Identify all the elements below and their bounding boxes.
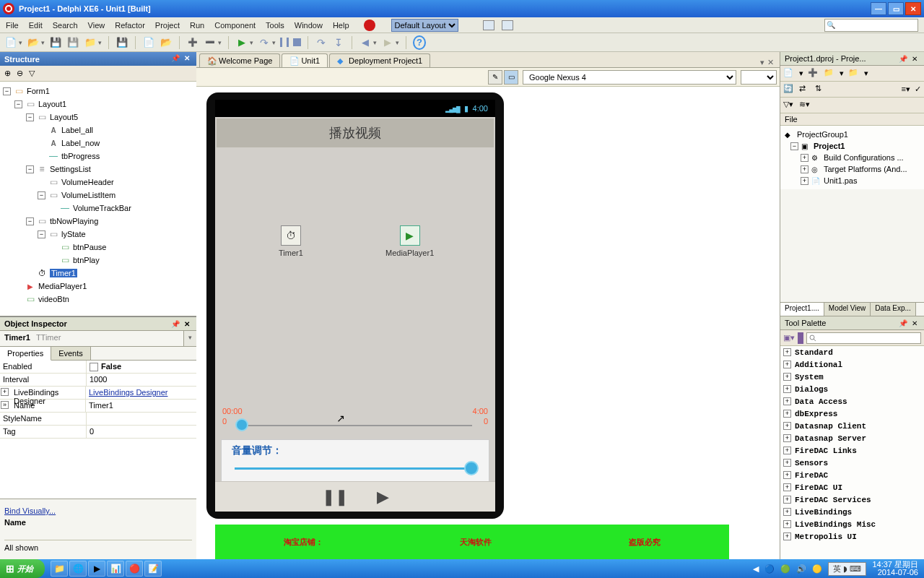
structure-tree[interactable]: −Form1 −Layout1 −Layout5 Label_all Label… — [0, 82, 196, 316]
expand-icon[interactable]: ⊕ — [4, 69, 11, 78]
layout-selector[interactable]: Default Layout — [391, 19, 458, 32]
pin-icon[interactable]: 📌 — [170, 320, 180, 328]
pin-icon[interactable]: 📌 — [898, 55, 908, 63]
run-button[interactable] — [235, 36, 248, 49]
open-file-button[interactable] — [160, 36, 173, 49]
tray-icon[interactable]: 🟢 — [780, 564, 790, 574]
pause-button[interactable]: ❚❚ — [322, 488, 348, 506]
add-icon[interactable]: ➕ — [808, 68, 819, 79]
layout-save-icon[interactable] — [483, 20, 494, 30]
form-designer[interactable]: ▮ 4:00 播放视频 ⏱ Timer1 ▶ MediaPlayer1 0 — [196, 87, 780, 559]
sync-icon[interactable]: 🔄 — [783, 84, 795, 95]
clock[interactable]: 14:37 星期日 2014-07-06 — [872, 561, 918, 577]
bind-visually-link[interactable]: Bind Visually... — [4, 506, 192, 515]
remove-icon[interactable]: 📁 — [824, 68, 835, 79]
close-panel-icon[interactable]: ✕ — [910, 55, 920, 63]
menu-search[interactable]: Search — [53, 21, 78, 30]
task-item[interactable]: 🔴 — [126, 561, 143, 577]
menu-component[interactable]: Component — [214, 21, 256, 30]
view-design-icon[interactable]: ▭ — [504, 70, 518, 85]
view-icon[interactable]: 📁 — [848, 68, 860, 79]
new-icon[interactable]: 📄 — [783, 68, 795, 79]
tab-deployment[interactable]: Deployment Project1 — [329, 53, 430, 67]
layout-manage-icon[interactable] — [502, 20, 513, 30]
tab-close-icon[interactable]: ✕ — [767, 58, 774, 67]
tray-icon[interactable]: 🟡 — [812, 564, 822, 574]
task-item[interactable]: ▶ — [88, 561, 105, 577]
new-file-button[interactable] — [142, 36, 155, 49]
language-indicator[interactable]: 英 ◗ ⌨ — [828, 562, 866, 576]
open-button[interactable] — [27, 36, 40, 49]
play-button[interactable]: ▶ — [377, 488, 389, 506]
pause-button[interactable] — [280, 38, 289, 47]
tab-model[interactable]: Model View — [824, 303, 871, 316]
collapse-icon[interactable]: ⊖ — [17, 69, 23, 78]
category-icon[interactable]: ▣▾ — [783, 333, 795, 342]
tray-icon[interactable]: 🔵 — [764, 564, 775, 574]
progress-slider[interactable] — [238, 425, 472, 426]
menu-project[interactable]: Project — [155, 21, 180, 30]
task-item[interactable]: 📊 — [107, 561, 124, 577]
close-button[interactable]: ✕ — [905, 2, 921, 15]
menu-tools[interactable]: Tools — [266, 21, 284, 30]
inspector-selector[interactable]: Timer1 TTimer ▾ — [0, 331, 196, 347]
tab-events[interactable]: Events — [51, 347, 91, 360]
pin-icon[interactable]: 📌 — [898, 319, 908, 327]
nav-back-button[interactable] — [359, 36, 372, 49]
volume-slider[interactable] — [235, 467, 476, 470]
tab-dataexp[interactable]: Data Exp... — [871, 303, 915, 316]
tray-icon[interactable]: ◀ — [753, 564, 759, 574]
task-item[interactable]: 📁 — [51, 561, 68, 577]
menu-run[interactable]: Run — [190, 21, 204, 30]
config-icon[interactable]: ≋▾ — [799, 100, 811, 111]
component-timer1[interactable]: ⏱ Timer1 — [279, 225, 303, 257]
step-over-button[interactable] — [315, 36, 328, 49]
tab-welcome[interactable]: Welcome Page — [199, 53, 280, 67]
filter-icon[interactable]: ▽▾ — [783, 100, 795, 111]
close-panel-icon[interactable]: ✕ — [182, 54, 192, 64]
project-tree[interactable]: ◆ProjectGroup1 −▣Project1 +⚙Build Config… — [780, 126, 924, 189]
palette-search-input[interactable] — [806, 332, 921, 344]
stop-button[interactable] — [293, 38, 301, 46]
start-button[interactable]: 开始 — [0, 559, 45, 578]
zoom-selector[interactable] — [741, 70, 777, 85]
new-button[interactable] — [4, 36, 17, 49]
tray-icon[interactable]: 🔊 — [796, 564, 806, 574]
device-selector[interactable]: Google Nexus 4 — [523, 70, 736, 85]
task-item[interactable]: 🌐 — [69, 561, 87, 577]
close-panel-icon[interactable]: ✕ — [182, 320, 192, 328]
remove-button[interactable] — [204, 36, 217, 49]
add-button[interactable] — [186, 36, 199, 49]
menu-file[interactable]: File — [6, 21, 19, 30]
tab-unit1[interactable]: Unit1 — [282, 53, 328, 67]
menu-edit[interactable]: Edit — [29, 21, 43, 30]
tab-dropdown-icon[interactable]: ▾ — [760, 58, 764, 67]
menu-window[interactable]: Window — [295, 21, 323, 30]
save-all-button[interactable] — [66, 36, 79, 49]
component-mediaplayer1[interactable]: ▶ MediaPlayer1 — [385, 225, 434, 257]
tab-project[interactable]: Project1.... — [780, 303, 824, 316]
menu-help[interactable]: Help — [333, 21, 349, 30]
sort-icon[interactable]: ▽ — [29, 69, 35, 78]
close-panel-icon[interactable]: ✕ — [910, 319, 920, 327]
view-code-icon[interactable]: ✎ — [488, 70, 502, 85]
task-item[interactable]: 📝 — [144, 561, 162, 577]
open-project-button[interactable] — [84, 36, 97, 49]
menu-view[interactable]: View — [88, 21, 105, 30]
help-button[interactable] — [413, 36, 426, 49]
menu-refactor[interactable]: Refactor — [115, 21, 145, 30]
step-into-button[interactable] — [332, 36, 345, 49]
run-nodeb-button[interactable] — [258, 36, 271, 49]
nav-forward-button[interactable] — [381, 36, 394, 49]
pin-icon[interactable]: 📌 — [170, 54, 180, 64]
property-grid[interactable]: EnabledFalse Interval1000 +LiveBindings … — [0, 361, 196, 499]
component-icon[interactable] — [798, 332, 803, 344]
palette-list[interactable]: +Standard +Additional +System +Dialogs +… — [780, 346, 924, 559]
save-project-button[interactable] — [116, 36, 128, 49]
minimize-button[interactable]: — — [871, 2, 886, 15]
ide-search-input[interactable] — [824, 19, 918, 32]
save-button[interactable] — [49, 36, 62, 49]
gear-icon: ⚙ — [811, 154, 821, 162]
maximize-button[interactable]: ▭ — [888, 2, 904, 15]
tab-properties[interactable]: Properties — [0, 347, 51, 361]
